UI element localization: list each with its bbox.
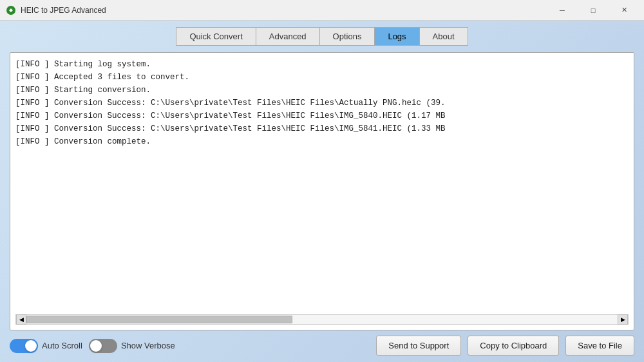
app-icon [5,5,17,16]
bottom-controls: Auto Scroll Show Verbose Send to Support… [10,336,634,356]
log-line-1: [INFO ] Starting log system. [15,58,629,71]
minimize-button[interactable]: ─ [547,0,577,21]
scrollbar-track[interactable] [26,315,618,324]
window-title: HEIC to JPEG Advanced [21,6,547,15]
send-to-support-button[interactable]: Send to Support [376,336,461,356]
auto-scroll-toggle[interactable] [10,339,38,353]
scroll-right-arrow[interactable]: ▶ [618,314,628,325]
tab-container: Quick Convert Advanced Options Logs Abou… [176,27,468,46]
scrollbar-thumb[interactable] [26,316,292,323]
show-verbose-group: Show Verbose [89,339,175,353]
log-line-7: [INFO ] Conversion complete. [15,135,629,148]
copy-to-clipboard-button[interactable]: Copy to Clipboard [468,336,559,356]
auto-scroll-label: Auto Scroll [42,341,82,350]
tab-quick-convert[interactable]: Quick Convert [176,28,256,45]
maximize-button[interactable]: □ [578,0,608,21]
tab-advanced[interactable]: Advanced [256,28,320,45]
log-line-6: [INFO ] Conversion Success: C:\Users\pri… [15,122,629,135]
main-content: Quick Convert Advanced Options Logs Abou… [0,21,644,362]
show-verbose-toggle[interactable] [89,339,117,353]
log-line-2: [INFO ] Accepted 3 files to convert. [15,71,629,84]
auto-scroll-group: Auto Scroll [10,339,82,353]
tab-logs[interactable]: Logs [375,28,419,45]
log-panel: [INFO ] Starting log system. [INFO ] Acc… [10,52,634,330]
show-verbose-label: Show Verbose [121,341,175,350]
tab-about[interactable]: About [420,28,468,45]
close-button[interactable]: ✕ [609,0,639,21]
titlebar: HEIC to JPEG Advanced ─ □ ✕ [0,0,644,21]
log-content: [INFO ] Starting log system. [INFO ] Acc… [15,58,629,312]
horizontal-scrollbar[interactable]: ◀ ▶ [15,314,629,325]
auto-scroll-knob [25,340,37,352]
show-verbose-knob [90,340,102,352]
scroll-left-arrow[interactable]: ◀ [16,314,26,325]
save-to-file-button[interactable]: Save to File [565,336,634,356]
log-line-5: [INFO ] Conversion Success: C:\Users\pri… [15,110,629,122]
tab-bar: Quick Convert Advanced Options Logs Abou… [10,27,634,46]
log-line-3: [INFO ] Starting conversion. [15,84,629,97]
log-line-4: [INFO ] Conversion Success: C:\Users\pri… [15,97,629,110]
window-controls: ─ □ ✕ [547,0,639,21]
tab-options[interactable]: Options [320,28,375,45]
